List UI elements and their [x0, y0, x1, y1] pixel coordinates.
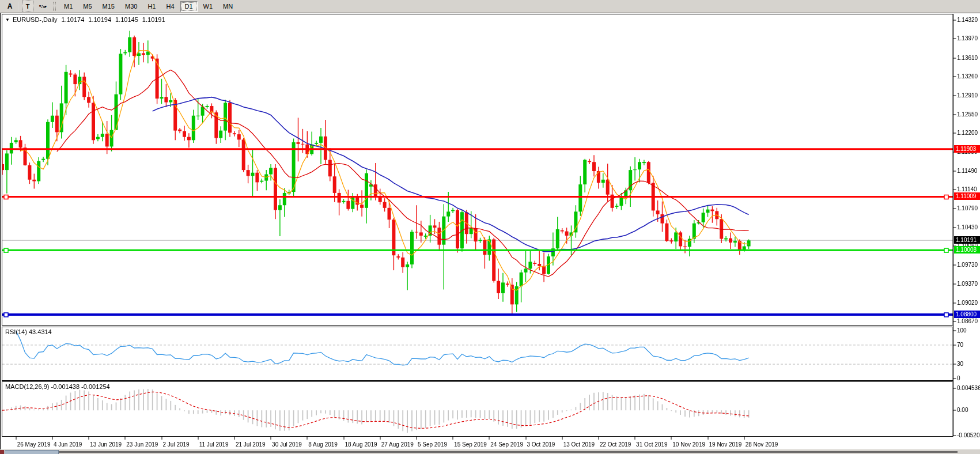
rsi-axis-tick: 70 [957, 342, 963, 348]
macd-value: -0.001438 [51, 383, 80, 390]
date-axis-label: 22 Oct 2019 [600, 441, 631, 448]
price-axis-tick: 1.12550 [957, 111, 978, 118]
date-axis-label: 18 Aug 2019 [345, 441, 377, 448]
date-axis-label: 21 Jul 2019 [236, 441, 266, 448]
macd-signal-value: -0.001254 [81, 383, 110, 390]
timeframe-h1-button[interactable]: H1 [143, 1, 160, 12]
timeframe-m5-button[interactable]: M5 [78, 1, 96, 12]
rsi-axis-tick: 100 [957, 327, 967, 334]
dropdown-caret-icon: ▾ [44, 4, 47, 9]
date-axis-label: 11 Jul 2019 [199, 441, 229, 448]
open-value: 1.10174 [62, 16, 85, 23]
macd-panel-label: MACD(12,26,9) -0.001438 -0.001254 [5, 383, 110, 390]
close-value: 1.10191 [142, 16, 165, 23]
diagonal-arrows-icon: ↖↘ [39, 3, 44, 9]
chart-canvas[interactable] [0, 0, 980, 454]
price-axis-tick: 1.09020 [957, 300, 978, 306]
arrows-tool-dropdown[interactable]: ↖↘ ▾ [35, 1, 51, 12]
price-axis-tick: 1.13610 [957, 55, 978, 61]
date-axis-label: 13 Jun 2019 [90, 441, 122, 448]
price-axis-tick: 1.13260 [957, 73, 978, 80]
rsi-value: 43.4314 [29, 328, 52, 335]
timeframe-h4-button[interactable]: H4 [161, 1, 179, 12]
timeframe-m1-button[interactable]: M1 [59, 1, 77, 12]
price-axis-tick: 1.12200 [957, 130, 978, 136]
macd-axis-tick: 0.00 [957, 407, 968, 413]
scrollbar-corner [0, 450, 4, 454]
current-price-tag: 1.10191 [954, 236, 980, 244]
date-axis-label: 30 Jul 2019 [272, 441, 302, 448]
high-value: 1.10194 [88, 16, 111, 23]
arrow-style-tool-button[interactable]: A [5, 1, 15, 12]
date-axis-label: 2 Jul 2019 [163, 441, 190, 448]
hline-price-tag[interactable]: 1.11009 [954, 192, 980, 200]
price-axis-tick: 1.10430 [957, 224, 978, 230]
price-axis-tick: 1.09730 [957, 262, 978, 268]
price-axis-tick: 1.11490 [957, 168, 977, 174]
date-axis-label: 31 Oct 2019 [636, 441, 667, 448]
date-axis-label: 8 Aug 2019 [308, 441, 338, 448]
rsi-panel-label: RSI(14) 43.4314 [5, 328, 52, 335]
chart-title: ▼ EURUSD-,Daily 1.10174 1.10194 1.10145 … [5, 16, 169, 23]
text-tool-button[interactable]: T [22, 1, 33, 12]
timeframe-mn-button[interactable]: MN [218, 1, 237, 12]
timeframe-w1-button[interactable]: W1 [199, 1, 218, 12]
date-axis-label: 15 Sep 2019 [454, 441, 487, 448]
date-axis-label: 23 Jun 2019 [126, 441, 158, 448]
price-axis-tick: 1.14320 [957, 17, 978, 23]
macd-axis-tick: -0.005205 [957, 432, 980, 438]
timeframe-d1-button[interactable]: D1 [180, 1, 198, 12]
toolbar-grip [53, 2, 56, 11]
timeframe-m15-button[interactable]: M15 [98, 1, 119, 12]
date-axis-label: 27 Aug 2019 [381, 441, 414, 448]
symbol-label: EURUSD-,Daily [13, 16, 58, 23]
price-axis-tick: 1.10790 [957, 205, 978, 211]
date-axis-label: 28 Nov 2019 [746, 441, 778, 448]
timeframe-toolbar: M1M5M15M30H1H4D1W1MN [59, 3, 238, 10]
price-axis-tick: 1.08670 [957, 318, 978, 324]
price-axis-tick: 1.11140 [957, 186, 977, 192]
scrollbar-thumb[interactable] [5, 450, 59, 454]
toolbar: A T ↖↘ ▾ M1M5M15M30H1H4D1W1MN [0, 0, 980, 13]
hline-price-tag[interactable]: 1.11903 [954, 145, 980, 153]
timeframe-m30-button[interactable]: M30 [120, 1, 142, 12]
price-axis-tick: 1.13970 [957, 35, 978, 41]
mt4-window: A T ↖↘ ▾ M1M5M15M30H1H4D1W1MN ▼ EURUSD-,… [0, 0, 980, 454]
hline-price-tag[interactable]: 1.10008 [954, 246, 980, 254]
price-axis-tick: 1.12910 [957, 92, 978, 99]
hline-price-tag[interactable]: 1.08800 [954, 311, 980, 318]
symbol-dropdown-icon[interactable]: ▼ [5, 17, 10, 22]
date-axis-label: 24 Sep 2019 [490, 441, 523, 448]
date-axis-label: 26 May 2019 [17, 441, 51, 448]
date-axis-label: 13 Oct 2019 [563, 441, 595, 448]
price-axis-tick: 1.09370 [957, 281, 978, 287]
toolbar-separator [18, 2, 19, 11]
date-axis-label: 3 Oct 2019 [527, 441, 555, 448]
date-axis-label: 5 Sep 2019 [418, 441, 447, 448]
rsi-axis-tick: 30 [957, 361, 963, 367]
low-value: 1.10145 [115, 16, 138, 23]
rsi-axis-tick: 0 [957, 375, 960, 381]
date-axis-label: 4 Jun 2019 [54, 441, 82, 448]
macd-axis-tick: 0.004536 [957, 385, 980, 391]
date-axis-label: 10 Nov 2019 [672, 441, 705, 448]
date-axis-label: 19 Nov 2019 [709, 441, 742, 448]
